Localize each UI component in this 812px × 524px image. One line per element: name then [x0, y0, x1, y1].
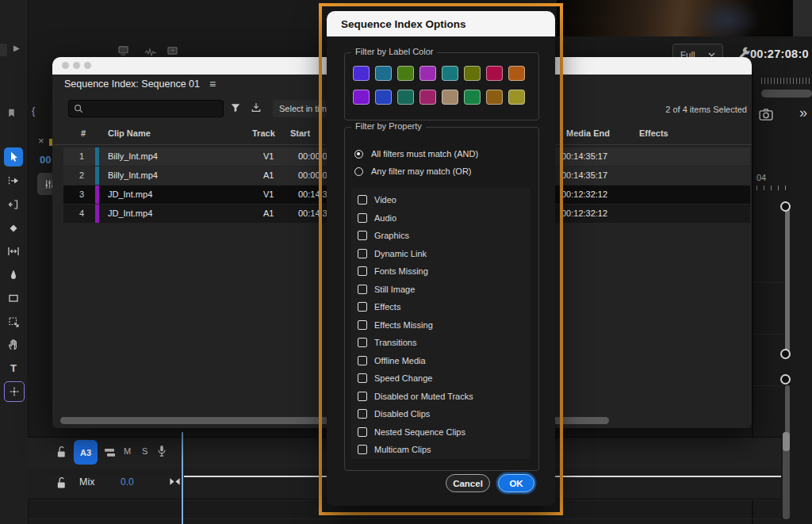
export-small-icon[interactable]	[167, 45, 178, 55]
label-color-swatch[interactable]	[375, 66, 392, 81]
filter-icon[interactable]	[230, 102, 241, 113]
tool-razor[interactable]	[4, 219, 23, 238]
solo-button[interactable]: S	[142, 446, 147, 456]
export-icon[interactable]	[251, 102, 262, 113]
radio-and-row[interactable]: All filters must match (AND)	[354, 148, 478, 159]
ok-button[interactable]: OK	[498, 474, 534, 492]
checkbox[interactable]	[358, 249, 367, 258]
checkbox[interactable]	[358, 266, 367, 276]
radio-and[interactable]	[354, 150, 363, 159]
checkbox[interactable]	[358, 392, 367, 401]
label-color-swatch[interactable]	[419, 66, 436, 81]
checkbox[interactable]	[358, 231, 367, 240]
tool-track-select-forward[interactable]	[4, 171, 23, 190]
timeline-timecode-partial[interactable]: 00	[40, 154, 51, 166]
window-zoom-button[interactable]	[84, 62, 91, 69]
checkbox[interactable]	[358, 338, 367, 347]
checkbox[interactable]	[358, 320, 367, 330]
play-icon[interactable]: ▶	[13, 44, 20, 52]
checkbox-item[interactable]: Fonts Missing	[351, 262, 530, 281]
tool-rectangle[interactable]	[4, 289, 23, 308]
panel-menu-icon[interactable]: ≡	[209, 78, 216, 90]
close-icon[interactable]: ×	[38, 135, 44, 147]
col-start[interactable]: Start	[290, 128, 310, 138]
col-track[interactable]: Track	[252, 128, 275, 138]
mix-gain-value[interactable]: 0.0	[121, 476, 134, 488]
checkbox[interactable]	[358, 427, 367, 437]
checkbox-item[interactable]: Audio	[351, 209, 530, 228]
checkbox[interactable]	[358, 373, 367, 383]
col-effects[interactable]: Effects	[639, 128, 668, 138]
keyframe-nav-icon[interactable]	[169, 477, 181, 486]
window-close-button[interactable]	[62, 62, 69, 69]
playhead-line[interactable]	[182, 432, 183, 524]
label-color-swatch[interactable]	[397, 66, 414, 81]
checkbox[interactable]	[358, 356, 367, 365]
scrollbar-handle[interactable]	[780, 201, 791, 212]
monitor-small-icon[interactable]	[117, 45, 129, 55]
waveform-icon[interactable]	[144, 48, 157, 56]
monitor-scrollbar[interactable]	[761, 90, 812, 98]
label-color-swatch[interactable]	[464, 90, 481, 105]
label-color-swatch[interactable]	[442, 90, 458, 105]
export-frame-camera-icon[interactable]	[758, 108, 774, 121]
tool-slip[interactable]	[4, 242, 23, 261]
label-color-swatch[interactable]	[375, 90, 392, 105]
tool-selection[interactable]	[4, 147, 23, 166]
checkbox-item[interactable]: Video	[351, 191, 530, 209]
checkbox-item[interactable]: Multicam Clips	[351, 441, 530, 459]
checkbox[interactable]	[358, 195, 367, 205]
checkbox-item[interactable]: Speed Change	[351, 369, 530, 388]
checkbox[interactable]	[358, 285, 367, 294]
checkbox[interactable]	[358, 445, 367, 454]
checkbox-item[interactable]: Dynamic Link	[351, 245, 530, 263]
source-patch-icon[interactable]	[103, 447, 117, 458]
label-color-swatch[interactable]	[442, 66, 458, 81]
checkbox[interactable]	[358, 213, 367, 223]
timeline-vscrollbar-thumb[interactable]	[783, 432, 790, 451]
panel-overflow-chevrons[interactable]: »	[799, 105, 807, 121]
label-color-swatch[interactable]	[419, 90, 436, 105]
cancel-button[interactable]: Cancel	[446, 474, 490, 492]
checkbox-item[interactable]: Effects Missing	[351, 316, 530, 335]
tool-ripple-edit[interactable]	[4, 195, 23, 214]
track-a3-badge[interactable]: A3	[74, 440, 98, 465]
label-color-swatch[interactable]	[464, 66, 481, 81]
checkbox-item[interactable]: Offline Media	[351, 352, 530, 370]
col-clip-name[interactable]: Clip Name	[108, 128, 151, 138]
brace-icon[interactable]: {	[32, 105, 35, 117]
col-num[interactable]: #	[81, 128, 86, 138]
tool-transform[interactable]	[4, 381, 25, 402]
checkbox-item[interactable]: Graphics	[351, 227, 530, 245]
radio-or[interactable]	[354, 167, 363, 176]
col-media-end[interactable]: Media End	[566, 128, 610, 138]
label-color-swatch[interactable]	[486, 90, 503, 105]
label-color-swatch[interactable]	[353, 90, 370, 105]
dialog-titlebar[interactable]: Sequence Index Options	[327, 11, 555, 36]
mix-lock-icon[interactable]	[56, 475, 67, 490]
marker-icon[interactable]	[6, 107, 17, 119]
search-input[interactable]	[68, 100, 224, 117]
program-timecode[interactable]: 00:27:08:0	[750, 48, 812, 60]
checkbox[interactable]	[358, 409, 367, 419]
checkbox-item[interactable]: Effects	[351, 298, 530, 316]
checkbox-item[interactable]: Disabled or Muted Tracks	[351, 388, 530, 406]
checkbox-item[interactable]: Transitions	[351, 334, 530, 352]
checkbox[interactable]	[358, 302, 367, 312]
label-color-swatch[interactable]	[397, 90, 414, 105]
checkbox-item[interactable]: Nested Sequence Clips	[351, 423, 530, 442]
tool-pen[interactable]	[4, 266, 23, 285]
scrollbar-handle[interactable]	[780, 374, 791, 384]
track-lock-icon[interactable]	[56, 444, 67, 459]
mute-button[interactable]: M	[124, 446, 131, 456]
checkbox-item[interactable]: Still Image	[351, 281, 530, 299]
checkbox-item[interactable]: Disabled Clips	[351, 405, 530, 423]
vertical-scrollbar-track[interactable]	[785, 206, 790, 358]
label-color-swatch[interactable]	[508, 66, 525, 81]
tool-type[interactable]: T	[4, 358, 23, 377]
window-minimize-button[interactable]	[73, 62, 80, 69]
tool-hand[interactable]	[4, 335, 23, 354]
tool-frame[interactable]	[4, 312, 23, 331]
label-color-swatch[interactable]	[486, 66, 503, 81]
scrollbar-handle[interactable]	[780, 349, 791, 359]
